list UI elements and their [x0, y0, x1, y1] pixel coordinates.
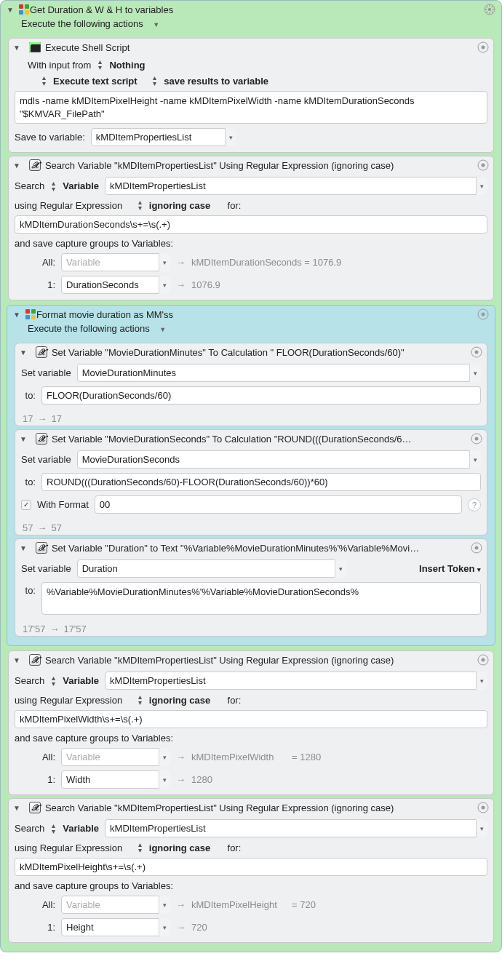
stepper-icon[interactable] — [153, 75, 156, 87]
variable-x-icon: 𝒳 — [36, 433, 47, 445]
disclosure-triangle[interactable]: ▼ — [13, 162, 20, 170]
disclosure-triangle[interactable]: ▼ — [13, 804, 20, 812]
save-to-variable-label: Save to variable: — [15, 132, 85, 143]
capture-all-field[interactable] — [61, 748, 170, 766]
action-title: Search Variable "kMDItemPropertiesList" … — [45, 802, 473, 813]
svg-rect-3 — [25, 10, 29, 15]
gear-icon[interactable] — [484, 4, 495, 15]
regex-field[interactable] — [15, 858, 487, 876]
gear-icon[interactable] — [471, 346, 482, 358]
script-mode-2[interactable]: save results to variable — [164, 76, 268, 87]
gear-icon[interactable] — [477, 159, 489, 171]
stepper-icon[interactable] — [52, 675, 55, 687]
chevron-down-icon[interactable]: ▾ — [159, 253, 170, 271]
capture-all-field[interactable] — [61, 896, 170, 914]
disclosure-triangle[interactable]: ▼ — [20, 435, 27, 443]
gear-icon[interactable] — [477, 654, 489, 666]
chevron-down-icon[interactable]: ▾ — [476, 177, 487, 195]
search-variable-field[interactable] — [105, 819, 487, 837]
case-option[interactable]: ignoring case — [149, 842, 211, 853]
variable-x-icon: 𝒳 — [29, 654, 41, 666]
action-title: Set Variable "MovieDurationMinutes" To C… — [52, 347, 466, 358]
disclosure-triangle[interactable]: ▼ — [13, 44, 20, 52]
capture-all-result-a: kMDItemPixelHeight — [191, 899, 286, 910]
stepper-icon[interactable] — [52, 823, 55, 834]
stepper-icon[interactable] — [98, 59, 102, 71]
one-label: 1: — [26, 279, 55, 290]
case-option[interactable]: ignoring case — [149, 695, 211, 706]
stepper-icon[interactable] — [138, 694, 142, 706]
chevron-down-icon[interactable]: ▾ — [159, 918, 170, 936]
capture-1-field[interactable] — [61, 918, 170, 936]
script-mode-1[interactable]: Execute text script — [53, 76, 138, 87]
add-action-chevron[interactable]: ▼ — [159, 326, 166, 333]
action-title: Set Variable "MovieDurationSeconds" To C… — [52, 434, 466, 445]
regex-field[interactable] — [15, 710, 487, 728]
svg-point-19 — [475, 437, 479, 441]
all-label: All: — [26, 257, 55, 268]
search-type[interactable]: Variable — [63, 180, 99, 191]
svg-rect-13 — [31, 315, 36, 319]
disclosure-triangle[interactable]: ▼ — [13, 656, 20, 664]
stepper-icon[interactable] — [52, 180, 55, 192]
group-header: ▼ Get Duration & W & H to variables — [1, 1, 501, 17]
chevron-down-icon[interactable]: ▾ — [159, 896, 170, 914]
chevron-down-icon[interactable]: ▾ — [476, 672, 487, 690]
variable-name-field[interactable] — [77, 450, 481, 469]
add-action-chevron[interactable]: ▼ — [153, 21, 159, 28]
capture-1-field[interactable] — [61, 770, 170, 789]
execute-label: Execute the following actions ▼ — [7, 322, 495, 340]
input-from-value[interactable]: Nothing — [109, 60, 145, 71]
stepper-icon[interactable] — [138, 842, 142, 853]
gear-icon[interactable] — [471, 433, 482, 445]
arrow-icon: → — [176, 774, 186, 785]
to-label: to: — [21, 390, 36, 401]
help-icon[interactable]: ? — [468, 498, 481, 511]
script-textarea[interactable]: mdls -name kMDItemPixelHeight -name kMDI… — [15, 91, 487, 124]
calculation-field[interactable] — [41, 386, 481, 405]
chevron-down-icon[interactable]: ▾ — [469, 450, 481, 469]
variable-x-icon: 𝒳 — [29, 159, 41, 171]
case-option[interactable]: ignoring case — [149, 200, 211, 211]
gear-icon[interactable] — [477, 802, 489, 813]
disclosure-triangle[interactable]: ▼ — [13, 311, 20, 319]
regex-field[interactable] — [15, 215, 487, 234]
calculation-field[interactable] — [41, 473, 481, 491]
action-search-variable-width: ▼ 𝒳 Search Variable "kMDItemPropertiesLi… — [8, 650, 494, 795]
capture-all-field[interactable] — [61, 253, 170, 271]
chevron-down-icon[interactable]: ▾ — [335, 559, 346, 578]
chevron-down-icon[interactable]: ▾ — [225, 128, 236, 146]
search-type[interactable]: Variable — [63, 675, 99, 686]
chevron-down-icon[interactable]: ▾ — [159, 770, 170, 789]
variable-name-field[interactable] — [77, 559, 346, 578]
search-variable-field[interactable] — [105, 177, 487, 195]
svg-point-23 — [482, 658, 485, 662]
capture-1-result: 1076.9 — [191, 279, 220, 290]
svg-point-9 — [482, 164, 485, 167]
stepper-icon[interactable] — [42, 75, 46, 87]
group-title: Get Duration & W & H to variables — [30, 4, 484, 15]
variable-name-field[interactable] — [77, 364, 481, 382]
gear-icon[interactable] — [471, 542, 482, 554]
capture-1-field[interactable] — [61, 276, 170, 294]
chevron-down-icon[interactable]: ▾ — [159, 276, 170, 294]
chevron-down-icon[interactable]: ▾ — [159, 748, 170, 766]
gear-icon[interactable] — [477, 308, 489, 320]
action-title: Search Variable "kMDItemPropertiesList" … — [45, 655, 473, 666]
insert-token-button[interactable]: Insert Token ▾ — [419, 563, 481, 574]
disclosure-triangle[interactable]: ▼ — [20, 348, 27, 356]
save-variable-field[interactable] — [91, 128, 236, 146]
execute-label: Execute the following actions ▼ — [1, 17, 501, 35]
gear-icon[interactable] — [477, 41, 489, 53]
disclosure-triangle[interactable]: ▼ — [20, 544, 27, 552]
search-variable-field[interactable] — [105, 672, 487, 690]
arrow-icon: → — [176, 752, 186, 762]
chevron-down-icon[interactable]: ▾ — [469, 364, 481, 382]
with-format-checkbox[interactable] — [21, 500, 31, 510]
format-field[interactable] — [95, 495, 462, 514]
chevron-down-icon[interactable]: ▾ — [476, 819, 487, 837]
stepper-icon[interactable] — [138, 199, 142, 211]
disclosure-triangle[interactable]: ▼ — [7, 6, 14, 14]
search-type[interactable]: Variable — [63, 823, 99, 834]
text-field[interactable]: %Variable%MovieDurationMinutes%'%Variabl… — [41, 582, 481, 615]
